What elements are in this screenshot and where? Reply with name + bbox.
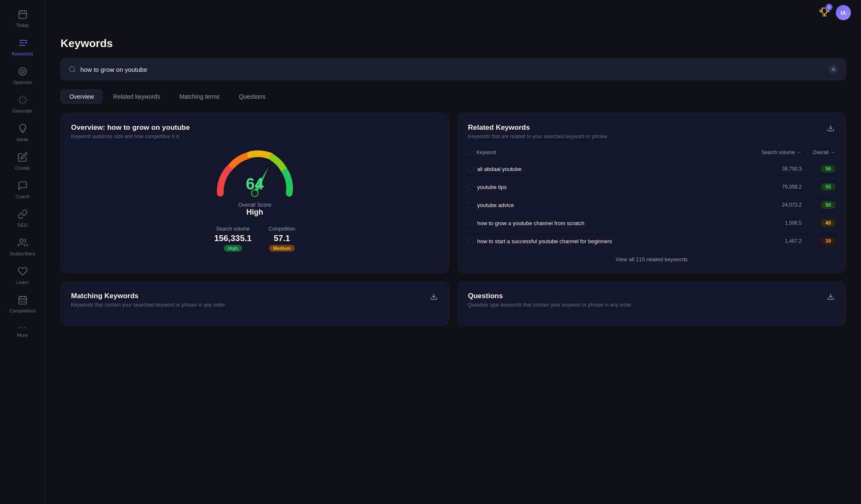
col-keyword-header: Keyword <box>476 150 496 155</box>
search-input[interactable] <box>80 66 824 73</box>
overview-card: Overview: how to grow on youtube Keyword… <box>61 113 449 273</box>
sidebar-item-learn-label: Learn <box>16 280 29 285</box>
page-title: Keywords <box>61 37 846 50</box>
sidebar-item-seo[interactable]: SEO <box>4 205 42 232</box>
today-icon <box>18 9 28 21</box>
overall-badge: 39 <box>821 237 835 245</box>
competition-label: Competition <box>268 226 295 232</box>
sidebar-item-subscribers[interactable]: Subscribers <box>4 234 42 260</box>
svg-point-7 <box>25 42 27 44</box>
cards-grid: Overview: how to grow on youtube Keyword… <box>61 113 846 273</box>
keyword-text: youtube advice <box>477 202 514 208</box>
matching-keywords-header: Matching Keywords Keywords that contain … <box>71 292 438 315</box>
sidebar-item-subscribers-label: Subscribers <box>10 251 35 256</box>
sidebar-item-learn[interactable]: Learn <box>4 262 42 289</box>
related-keywords-download-button[interactable] <box>826 123 835 135</box>
sidebar-item-keywords-label: Keywords <box>12 51 33 56</box>
related-keywords-header: Related Keywords Keywords that are relat… <box>468 123 835 147</box>
tab-related[interactable]: Related keywords <box>104 89 169 104</box>
generate-icon <box>18 95 28 107</box>
row-checkbox-1[interactable] <box>468 184 474 190</box>
matching-keywords-title: Matching Keywords <box>71 292 225 300</box>
volume-cell: 1,506.5 <box>751 220 802 226</box>
sidebar-item-generate-label: Generate <box>13 108 33 113</box>
competition-badge: Medium <box>269 245 295 252</box>
trophy-badge: 2 <box>826 4 832 10</box>
matching-keywords-subtitle: Keywords that contain your searched keyw… <box>71 302 225 308</box>
col-volume-header: Search volume <box>761 150 795 155</box>
svg-point-20 <box>69 66 74 71</box>
trophy-button[interactable]: 2 <box>819 6 830 19</box>
sidebar-item-ideas[interactable]: Ideas <box>4 119 42 146</box>
row-checkbox-3[interactable] <box>468 220 474 226</box>
sidebar-item-optimize[interactable]: Optimize <box>4 62 42 89</box>
table-row[interactable]: ali abdaal youtube 38,700.3 56 <box>468 160 835 178</box>
table-row[interactable]: youtube tips 76,058.2 55 <box>468 178 835 196</box>
keywords-table: Keyword Search volume Overall <box>468 147 835 250</box>
sidebar: Today Keywords Optimize <box>0 0 45 504</box>
sidebar-item-more[interactable]: ··· More <box>4 319 42 342</box>
sidebar-item-keywords[interactable]: Keywords <box>4 34 42 60</box>
svg-point-12 <box>20 239 23 242</box>
stat-search-volume: Search volume 156,335.1 High <box>214 226 251 252</box>
content-area: Keywords ✕ Overview Related keywords Mat… <box>45 25 861 504</box>
optimize-icon <box>18 66 28 78</box>
matching-keywords-card: Matching Keywords Keywords that contain … <box>61 281 449 326</box>
table-row[interactable]: youtube advice 24,073.2 50 <box>468 196 835 214</box>
matching-keywords-download-button[interactable] <box>429 292 438 303</box>
related-keywords-subtitle: Keywords that are related to your search… <box>468 134 607 139</box>
svg-line-21 <box>74 71 75 72</box>
more-icon: ··· <box>18 323 27 331</box>
bottom-cards: Matching Keywords Keywords that contain … <box>61 281 846 326</box>
main-area: 2 IA Keywords ✕ Overview Related keyword… <box>45 0 861 504</box>
sidebar-item-coach[interactable]: Coach <box>4 176 42 203</box>
sidebar-item-create[interactable]: Create <box>4 148 42 175</box>
score-value: High <box>246 208 263 217</box>
gauge-container: 64 Overall Score High Search volume 156,… <box>71 147 438 252</box>
keyword-text: ali abdaal youtube <box>477 166 522 172</box>
clear-search-button[interactable]: ✕ <box>829 65 838 74</box>
svg-point-11 <box>22 71 23 72</box>
view-all-link[interactable]: View all 115 related keywords <box>468 256 835 262</box>
tabs-container: Overview Related keywords Matching terms… <box>61 89 846 104</box>
ideas-icon <box>18 123 28 135</box>
overall-badge: 40 <box>821 219 835 227</box>
volume-cell: 76,058.2 <box>751 184 802 190</box>
tab-matching[interactable]: Matching terms <box>171 89 229 104</box>
table-row[interactable]: how to start a successful youtube channe… <box>468 232 835 250</box>
keyword-text: how to start a successful youtube channe… <box>477 238 612 244</box>
search-bar[interactable]: ✕ <box>61 58 846 80</box>
row-checkbox-0[interactable] <box>468 166 474 172</box>
sidebar-item-today[interactable]: Today <box>4 5 42 32</box>
sidebar-item-competitors[interactable]: Competitors <box>4 291 42 318</box>
select-all-checkbox[interactable] <box>468 150 474 155</box>
questions-card: Questions Question type keywords that co… <box>457 281 846 326</box>
keyword-text: how to grow a youtube channel from scrat… <box>477 220 584 226</box>
overall-badge: 50 <box>821 201 835 209</box>
row-checkbox-4[interactable] <box>468 238 474 244</box>
row-checkbox-2[interactable] <box>468 202 474 208</box>
table-row[interactable]: how to grow a youtube channel from scrat… <box>468 214 835 232</box>
volume-cell: 24,073.2 <box>751 202 802 208</box>
seo-icon <box>18 209 28 221</box>
svg-rect-0 <box>19 11 26 18</box>
sort-volume-icon[interactable] <box>797 150 802 155</box>
subscribers-icon <box>18 238 28 249</box>
competitors-icon <box>18 295 28 307</box>
sidebar-item-today-label: Today <box>16 23 29 28</box>
sort-overall-icon[interactable] <box>830 150 835 155</box>
tab-overview[interactable]: Overview <box>61 89 103 104</box>
col-overall-header: Overall <box>813 150 829 155</box>
learn-icon <box>18 266 28 278</box>
competition-value: 57.1 <box>274 234 290 243</box>
keywords-icon <box>18 38 28 50</box>
questions-download-button[interactable] <box>826 292 835 303</box>
overall-cell: 50 <box>802 201 835 209</box>
user-avatar[interactable]: IA <box>836 5 851 20</box>
search-volume-value: 156,335.1 <box>214 234 251 243</box>
questions-title: Questions <box>468 292 631 300</box>
keyword-text: youtube tips <box>477 184 507 190</box>
sidebar-item-generate[interactable]: Generate <box>4 91 42 118</box>
tab-questions[interactable]: Questions <box>230 89 274 104</box>
topbar: 2 IA <box>45 0 861 25</box>
